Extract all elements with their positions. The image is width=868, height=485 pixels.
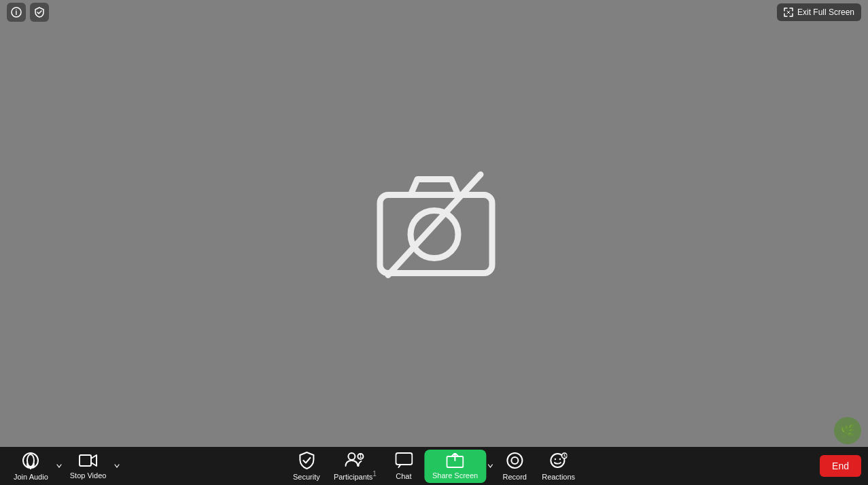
- svg-text:1: 1: [359, 454, 362, 458]
- stop-video-group: Stop Video: [63, 450, 122, 482]
- main-content: [0, 0, 868, 447]
- svg-point-5: [23, 453, 38, 468]
- svg-point-18: [559, 458, 561, 459]
- stop-video-icon: [79, 453, 98, 470]
- end-button[interactable]: End: [820, 455, 861, 477]
- shield-icon: [34, 7, 45, 18]
- svg-point-6: [27, 454, 34, 467]
- join-audio-label: Join Audio: [14, 473, 48, 481]
- chat-label: Chat: [396, 472, 411, 480]
- svg-rect-8: [80, 455, 91, 466]
- record-label: Record: [502, 473, 526, 481]
- security-label: Security: [293, 473, 320, 481]
- info-button[interactable]: i: [7, 3, 26, 22]
- exit-fullscreen-icon: [784, 7, 793, 17]
- chat-button[interactable]: Chat: [383, 450, 424, 483]
- reactions-button[interactable]: Reactions: [535, 449, 582, 484]
- toolbar-right: End: [820, 455, 861, 477]
- toolbar-left: Join Audio Stop Video: [7, 449, 121, 484]
- share-screen-button[interactable]: Share Screen: [424, 450, 486, 483]
- participants-icon: 1: [345, 452, 365, 469]
- participants-label: Participants1: [334, 470, 377, 481]
- info-icon: i: [11, 7, 22, 18]
- svg-rect-12: [396, 453, 412, 465]
- reactions-icon: [550, 452, 568, 471]
- join-audio-icon: [22, 452, 39, 471]
- stop-video-button[interactable]: Stop Video: [63, 450, 114, 482]
- svg-point-15: [511, 457, 518, 464]
- exit-fullscreen-label: Exit Full Screen: [797, 7, 854, 17]
- reactions-label: Reactions: [542, 473, 575, 481]
- svg-point-9: [348, 453, 355, 460]
- stop-video-label: Stop Video: [70, 471, 107, 480]
- share-screen-group: Share Screen: [424, 450, 494, 483]
- share-screen-icon: [447, 453, 464, 470]
- record-icon: [506, 452, 523, 471]
- share-screen-arrow[interactable]: [486, 461, 494, 471]
- bottom-toolbar: Join Audio Stop Video: [0, 447, 868, 485]
- join-audio-button[interactable]: Join Audio: [7, 449, 55, 484]
- svg-text:i: i: [16, 9, 18, 16]
- watermark: 🌿: [834, 417, 861, 444]
- participants-button[interactable]: 1 Participants1: [327, 449, 383, 484]
- exit-fullscreen-button[interactable]: Exit Full Screen: [777, 3, 861, 21]
- security-icon: [298, 452, 315, 471]
- record-button[interactable]: Record: [494, 449, 535, 484]
- join-audio-arrow[interactable]: [55, 461, 63, 471]
- toolbar-center: Security 1 Participants1: [286, 449, 582, 484]
- svg-point-17: [555, 458, 556, 459]
- stop-video-arrow[interactable]: [113, 461, 121, 471]
- join-audio-group: Join Audio: [7, 449, 63, 484]
- share-screen-label: Share Screen: [432, 471, 478, 480]
- shield-button[interactable]: [30, 3, 49, 22]
- svg-point-3: [411, 210, 458, 258]
- chat-icon: [395, 452, 413, 471]
- watermark-logo: 🌿: [834, 417, 861, 444]
- security-button[interactable]: Security: [286, 449, 327, 484]
- top-left-icons: i: [7, 3, 49, 22]
- top-bar: i Exit Full Screen: [0, 0, 868, 24]
- camera-off-icon: [366, 159, 502, 288]
- svg-point-14: [507, 453, 522, 468]
